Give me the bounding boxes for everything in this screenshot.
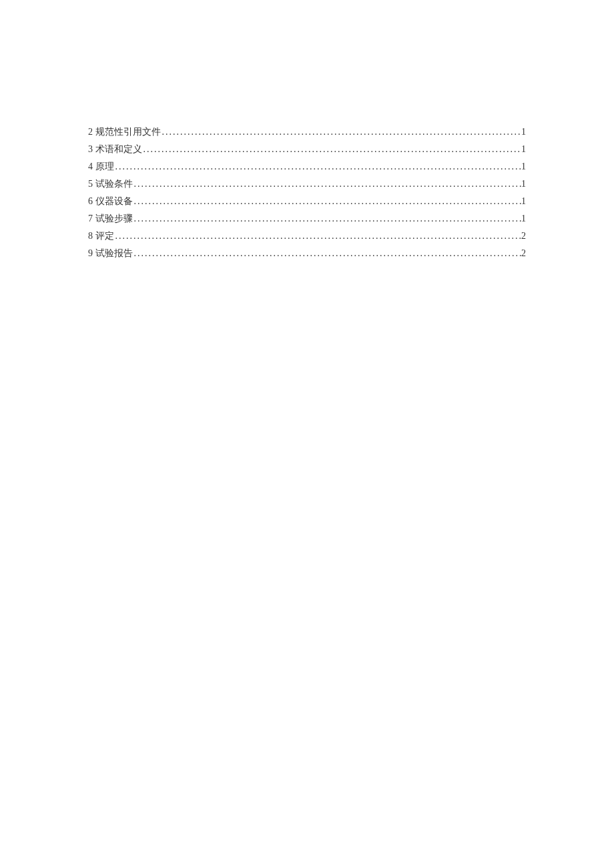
toc-entry: 2 规范性引用文件 1 — [88, 123, 526, 141]
toc-entry-page: 1 — [521, 175, 526, 193]
toc-entry-leader — [133, 245, 522, 262]
toc-entry-label: 2 规范性引用文件 — [88, 123, 161, 141]
toc-entry-leader — [142, 141, 522, 158]
toc-entry-page: 1 — [521, 193, 526, 210]
toc-entry-leader — [133, 193, 522, 210]
toc-entry-page: 2 — [521, 245, 526, 262]
toc-entry-page: 1 — [521, 158, 526, 175]
toc-entry: 8 评定 2 — [88, 228, 526, 245]
toc-entry: 9 试验报告 2 — [88, 245, 526, 262]
toc-entry-leader — [161, 123, 522, 141]
toc-entry-leader — [133, 175, 522, 193]
toc-entry: 7 试验步骤 1 — [88, 210, 526, 228]
toc-entry-label: 8 评定 — [88, 228, 114, 245]
toc-entry: 4 原理 1 — [88, 158, 526, 175]
toc-entry-page: 1 — [521, 141, 526, 158]
table-of-contents: 2 规范性引用文件 1 3 术语和定义 1 4 原理 1 5 试验条件 1 6 … — [88, 123, 526, 262]
toc-entry-leader — [133, 210, 522, 228]
toc-entry-label: 3 术语和定义 — [88, 141, 142, 158]
toc-entry-leader — [114, 228, 522, 245]
toc-entry-page: 2 — [521, 228, 526, 245]
toc-entry-label: 5 试验条件 — [88, 175, 133, 193]
toc-entry: 5 试验条件 1 — [88, 175, 526, 193]
toc-entry: 6 仪器设备 1 — [88, 193, 526, 210]
toc-entry-label: 6 仪器设备 — [88, 193, 133, 210]
toc-entry: 3 术语和定义 1 — [88, 141, 526, 158]
toc-entry-label: 7 试验步骤 — [88, 210, 133, 228]
toc-entry-page: 1 — [521, 123, 526, 141]
toc-entry-label: 9 试验报告 — [88, 245, 133, 262]
toc-entry-page: 1 — [521, 210, 526, 228]
toc-entry-label: 4 原理 — [88, 158, 114, 175]
toc-entry-leader — [114, 158, 522, 175]
